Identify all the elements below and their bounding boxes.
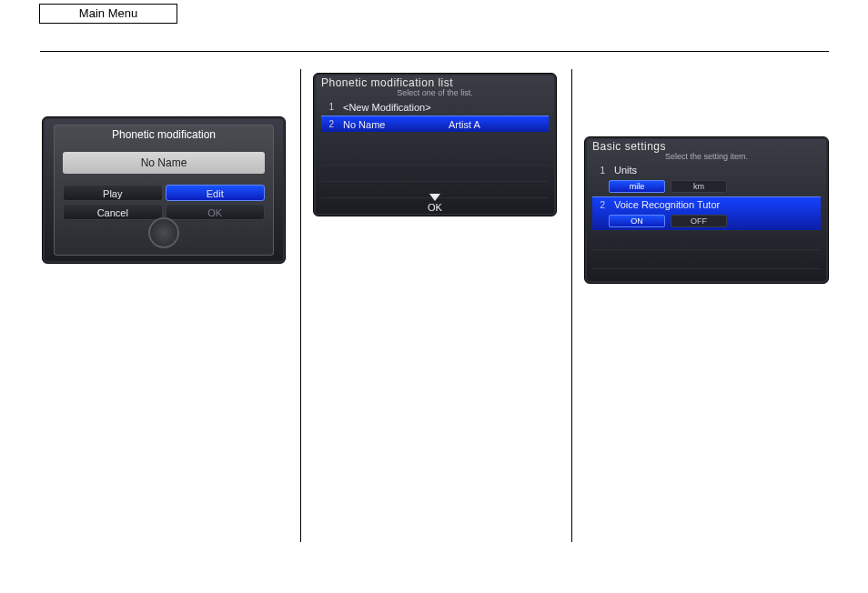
list-item — [321, 149, 549, 166]
screen-subtitle: Select one of the list. — [314, 88, 556, 97]
row-number: 2 — [592, 200, 609, 210]
row-number: 1 — [321, 102, 338, 112]
list-item[interactable]: 1 <New Modification> — [321, 99, 549, 116]
divider-vertical — [571, 69, 572, 542]
screen-subtitle: Select the setting item. — [585, 152, 828, 161]
cancel-button[interactable]: Cancel — [63, 204, 163, 220]
ok-button[interactable]: OK — [166, 204, 266, 220]
row-number: 1 — [592, 166, 609, 176]
settings-list: 1 Units mile km 2 Voice Recognition Tuto… — [592, 163, 821, 284]
popup-buttons: Play Edit Cancel OK — [63, 185, 265, 220]
row-left: No Name — [338, 119, 443, 130]
voice-tutor-toggle: ON OFF — [592, 212, 821, 227]
phonetic-modification-popup: Phonetic modification No Name Play Edit … — [54, 125, 274, 256]
play-button[interactable]: Play — [63, 185, 163, 201]
columns: Phonetic modification No Name Play Edit … — [40, 69, 829, 542]
row-right: Artist A — [443, 119, 549, 130]
list-item — [592, 231, 821, 250]
settings-item-voice-tutor[interactable]: 2 Voice Recognition Tutor ON OFF — [592, 196, 821, 231]
divider-horizontal — [40, 51, 829, 52]
list-item — [321, 166, 549, 182]
voice-tutor-off[interactable]: OFF — [671, 215, 727, 227]
chevron-down-icon — [429, 194, 440, 201]
screenshot-phonetic-modification: Phonetic modification No Name Play Edit … — [42, 116, 286, 264]
list-item — [592, 269, 821, 284]
screenshot-basic-settings: Basic settings Select the setting item. … — [584, 136, 829, 284]
divider-vertical — [300, 69, 301, 542]
ok-label: OK — [428, 202, 442, 213]
edit-button[interactable]: Edit — [166, 185, 266, 201]
voice-tutor-on[interactable]: ON — [609, 215, 665, 227]
screenshot-phonetic-modification-list: Phonetic modification list Select one of… — [313, 73, 557, 216]
main-menu-button[interactable]: Main Menu — [39, 4, 177, 24]
units-mile[interactable]: mile — [609, 180, 665, 193]
units-toggle: mile km — [592, 177, 821, 193]
ok-indicator[interactable]: OK — [314, 194, 556, 213]
screen-title: Basic settings — [585, 137, 828, 153]
units-km[interactable]: km — [671, 180, 727, 193]
list-item — [321, 133, 549, 149]
dial-icon — [148, 217, 179, 248]
screen-title: Phonetic modification list — [314, 74, 556, 89]
modification-list: 1 <New Modification> 2 No Name Artist A — [321, 99, 549, 198]
row-number: 2 — [321, 119, 338, 129]
list-item — [592, 250, 821, 269]
setting-label: Units — [609, 165, 637, 176]
popup-title: Phonetic modification — [54, 125, 274, 146]
setting-label: Voice Recognition Tutor — [609, 199, 720, 210]
page-root: Main Menu Phonetic modification No Name … — [0, 0, 868, 593]
settings-item-units[interactable]: 1 Units mile km — [592, 163, 821, 196]
name-field[interactable]: No Name — [63, 152, 265, 174]
list-item[interactable]: 2 No Name Artist A — [321, 116, 549, 133]
row-left: <New Modification> — [338, 102, 443, 113]
